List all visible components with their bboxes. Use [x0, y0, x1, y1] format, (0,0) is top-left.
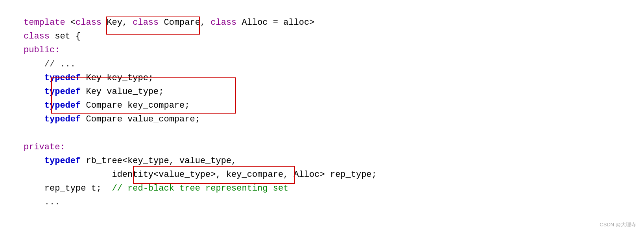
- keyword-class-2: class: [133, 18, 159, 28]
- keyword-class-set: class: [24, 31, 50, 41]
- keyword-private: private:: [24, 142, 65, 152]
- code-block: template <class Key, class Compare, clas…: [24, 16, 620, 209]
- keyword-public: public:: [24, 45, 60, 55]
- keyword-typedef-5: typedef: [44, 156, 81, 166]
- code-line-10: private:: [24, 140, 620, 154]
- code-line-5: typedef Key key_type;: [24, 71, 620, 85]
- keyword-typedef-2: typedef: [44, 87, 81, 97]
- comment-red-black: // red-black tree representing set: [112, 184, 288, 193]
- code-line-6: typedef Key value_type;: [24, 85, 620, 99]
- code-line-11: typedef rb_tree<key_type, value_type,: [24, 154, 620, 168]
- code-line-12: identity<value_type>, key_compare, Alloc…: [24, 168, 620, 182]
- keyword-class-3: class: [210, 18, 236, 28]
- code-line-3: public:: [24, 43, 620, 57]
- watermark: CSDN @大理寺: [600, 221, 636, 229]
- keyword-typedef-3: typedef: [44, 101, 81, 110]
- code-line-4: // ...: [24, 57, 620, 71]
- code-line-1: template <class Key, class Compare, clas…: [24, 16, 620, 29]
- keyword-class-1: class: [76, 18, 101, 28]
- code-line-14: ...: [24, 195, 620, 209]
- code-line-9: [24, 127, 620, 140]
- keyword-typedef-1: typedef: [44, 73, 81, 83]
- code-line-7: typedef Compare key_compare;: [24, 99, 620, 112]
- code-line-2: class set {: [24, 29, 620, 43]
- code-line-13: rep_type t; // red-black tree representi…: [24, 182, 620, 195]
- keyword-template: template: [24, 18, 70, 28]
- keyword-typedef-4: typedef: [44, 114, 81, 124]
- code-line-8: typedef Compare value_compare;: [24, 112, 620, 126]
